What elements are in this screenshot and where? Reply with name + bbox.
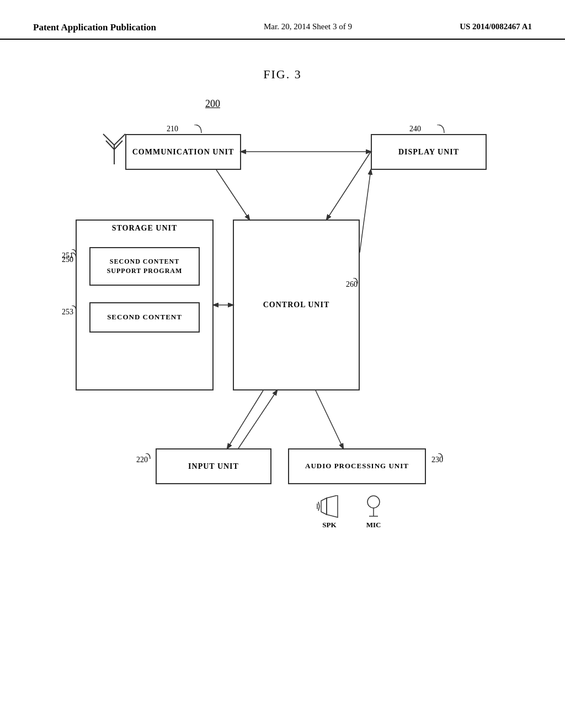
storage-unit-text: STORAGE UNIT xyxy=(89,224,200,233)
input-unit-box: INPUT UNIT xyxy=(156,448,271,484)
spk-icon xyxy=(316,495,343,518)
svg-line-8 xyxy=(318,502,319,506)
svg-line-4 xyxy=(114,141,122,149)
svg-line-9 xyxy=(318,506,319,511)
system-label: 200 xyxy=(205,98,220,110)
bracket-230 xyxy=(433,453,444,461)
second-content-support-box: SECOND CONTENTSUPPORT PROGRAM xyxy=(89,247,200,286)
second-content-box: SECOND CONTENT xyxy=(89,302,200,333)
display-unit-label: 240 xyxy=(409,125,421,133)
svg-marker-6 xyxy=(327,495,338,517)
mic-icon xyxy=(365,495,382,518)
bracket-253 xyxy=(66,306,77,313)
block-diagram: 200 COMMUNICATION UNIT 210 DISPLAY UNIT … xyxy=(45,98,520,595)
svg-line-3 xyxy=(106,141,114,149)
bracket-260 xyxy=(348,278,359,286)
figure-label: FIG. 3 xyxy=(0,67,565,82)
spk-label: SPK xyxy=(322,521,336,529)
svg-line-15 xyxy=(360,170,371,253)
bracket-240 xyxy=(429,125,445,136)
communication-unit-label: 210 xyxy=(167,125,178,133)
svg-marker-5 xyxy=(321,498,327,515)
control-unit-box: CONTROL UNIT xyxy=(233,220,360,390)
svg-line-13 xyxy=(216,170,249,220)
mic-area: MIC xyxy=(365,495,382,529)
svg-line-18 xyxy=(227,390,263,448)
display-unit-box: DISPLAY UNIT xyxy=(371,134,487,170)
spk-area: SPK xyxy=(316,495,343,529)
header-left: Patent Application Publication xyxy=(33,22,156,33)
page-header: Patent Application Publication Mar. 20, … xyxy=(0,0,565,40)
communication-unit-box: COMMUNICATION UNIT xyxy=(125,134,241,170)
bracket-210 xyxy=(186,125,202,136)
header-center: Mar. 20, 2014 Sheet 3 of 9 xyxy=(264,22,352,31)
svg-line-14 xyxy=(327,152,371,220)
bracket-220 xyxy=(140,453,151,461)
audio-processing-unit-box: AUDIO PROCESSING UNIT xyxy=(288,448,426,484)
svg-point-10 xyxy=(367,496,380,508)
mic-label: MIC xyxy=(366,521,381,529)
svg-line-19 xyxy=(238,390,277,448)
bracket-251 xyxy=(66,249,77,257)
antenna-icon xyxy=(100,129,128,167)
svg-line-20 xyxy=(316,390,343,448)
header-right: US 2014/0082467 A1 xyxy=(460,22,532,31)
